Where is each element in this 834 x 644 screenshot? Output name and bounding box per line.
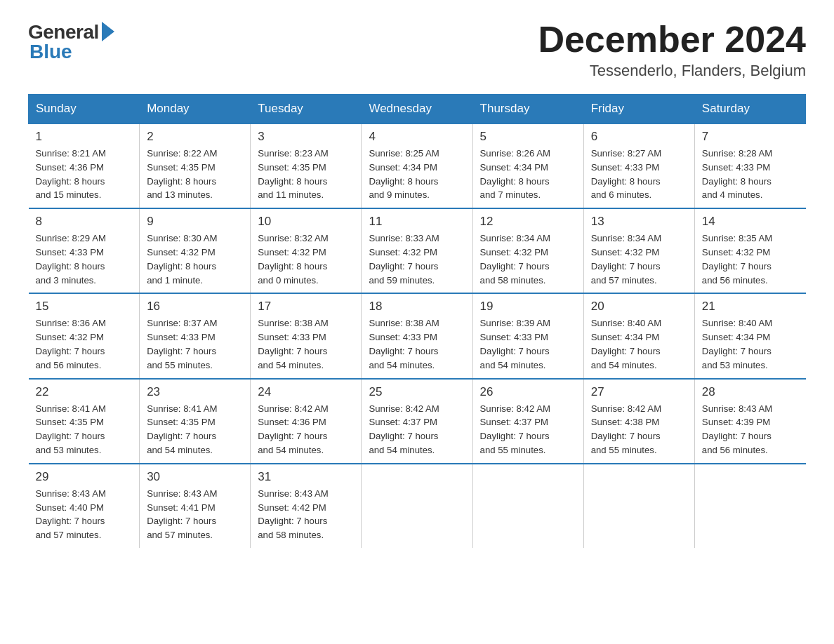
day-cell: 27Sunrise: 8:42 AM Sunset: 4:38 PM Dayli… bbox=[583, 379, 694, 464]
week-row-2: 8Sunrise: 8:29 AM Sunset: 4:33 PM Daylig… bbox=[29, 208, 806, 293]
page-header: General Blue December 2024 Tessenderlo, … bbox=[28, 21, 806, 80]
day-number: 27 bbox=[591, 385, 687, 399]
day-number: 19 bbox=[480, 300, 576, 314]
day-info: Sunrise: 8:42 AM Sunset: 4:37 PM Dayligh… bbox=[480, 402, 576, 457]
day-cell: 4Sunrise: 8:25 AM Sunset: 4:34 PM Daylig… bbox=[362, 123, 472, 208]
day-cell: 25Sunrise: 8:42 AM Sunset: 4:37 PM Dayli… bbox=[362, 379, 472, 464]
day-number: 21 bbox=[702, 300, 799, 314]
day-number: 11 bbox=[369, 215, 465, 229]
day-number: 25 bbox=[369, 385, 465, 399]
day-info: Sunrise: 8:34 AM Sunset: 4:32 PM Dayligh… bbox=[480, 232, 576, 287]
day-info: Sunrise: 8:34 AM Sunset: 4:32 PM Dayligh… bbox=[591, 232, 687, 287]
day-number: 28 bbox=[702, 385, 799, 399]
day-number: 6 bbox=[591, 130, 687, 144]
calendar-body: 1Sunrise: 8:21 AM Sunset: 4:36 PM Daylig… bbox=[29, 123, 806, 548]
day-info: Sunrise: 8:22 AM Sunset: 4:35 PM Dayligh… bbox=[147, 147, 243, 202]
day-cell: 21Sunrise: 8:40 AM Sunset: 4:34 PM Dayli… bbox=[694, 293, 805, 378]
day-cell: 28Sunrise: 8:43 AM Sunset: 4:39 PM Dayli… bbox=[694, 379, 805, 464]
day-cell: 19Sunrise: 8:39 AM Sunset: 4:33 PM Dayli… bbox=[472, 293, 583, 378]
day-cell: 13Sunrise: 8:34 AM Sunset: 4:32 PM Dayli… bbox=[583, 208, 694, 293]
day-cell: 14Sunrise: 8:35 AM Sunset: 4:32 PM Dayli… bbox=[694, 208, 805, 293]
day-cell: 22Sunrise: 8:41 AM Sunset: 4:35 PM Dayli… bbox=[29, 379, 140, 464]
day-cell bbox=[362, 464, 472, 548]
day-info: Sunrise: 8:35 AM Sunset: 4:32 PM Dayligh… bbox=[702, 232, 799, 287]
day-cell: 5Sunrise: 8:26 AM Sunset: 4:34 PM Daylig… bbox=[472, 123, 583, 208]
day-cell: 8Sunrise: 8:29 AM Sunset: 4:33 PM Daylig… bbox=[29, 208, 140, 293]
day-info: Sunrise: 8:43 AM Sunset: 4:40 PM Dayligh… bbox=[36, 487, 133, 542]
day-info: Sunrise: 8:39 AM Sunset: 4:33 PM Dayligh… bbox=[480, 316, 576, 372]
day-cell: 2Sunrise: 8:22 AM Sunset: 4:35 PM Daylig… bbox=[140, 123, 251, 208]
header-row: SundayMondayTuesdayWednesdayThursdayFrid… bbox=[29, 95, 806, 124]
day-info: Sunrise: 8:42 AM Sunset: 4:36 PM Dayligh… bbox=[258, 402, 354, 457]
day-cell: 30Sunrise: 8:43 AM Sunset: 4:41 PM Dayli… bbox=[140, 464, 251, 548]
week-row-4: 22Sunrise: 8:41 AM Sunset: 4:35 PM Dayli… bbox=[29, 379, 806, 464]
day-number: 4 bbox=[369, 130, 465, 144]
day-cell bbox=[694, 464, 805, 548]
day-number: 24 bbox=[258, 385, 354, 399]
week-row-3: 15Sunrise: 8:36 AM Sunset: 4:32 PM Dayli… bbox=[29, 293, 806, 378]
day-info: Sunrise: 8:28 AM Sunset: 4:33 PM Dayligh… bbox=[702, 147, 799, 202]
header-day-wednesday: Wednesday bbox=[362, 95, 472, 124]
day-cell: 9Sunrise: 8:30 AM Sunset: 4:32 PM Daylig… bbox=[140, 208, 251, 293]
day-number: 9 bbox=[147, 215, 243, 229]
day-number: 7 bbox=[702, 130, 799, 144]
month-title: December 2024 bbox=[538, 21, 806, 58]
day-cell: 7Sunrise: 8:28 AM Sunset: 4:33 PM Daylig… bbox=[694, 123, 805, 208]
day-info: Sunrise: 8:43 AM Sunset: 4:41 PM Dayligh… bbox=[147, 487, 243, 542]
week-row-5: 29Sunrise: 8:43 AM Sunset: 4:40 PM Dayli… bbox=[29, 464, 806, 548]
day-number: 1 bbox=[36, 130, 133, 144]
day-info: Sunrise: 8:38 AM Sunset: 4:33 PM Dayligh… bbox=[369, 316, 465, 372]
header-day-friday: Friday bbox=[583, 95, 694, 124]
day-cell: 17Sunrise: 8:38 AM Sunset: 4:33 PM Dayli… bbox=[251, 293, 362, 378]
day-cell: 12Sunrise: 8:34 AM Sunset: 4:32 PM Dayli… bbox=[472, 208, 583, 293]
day-info: Sunrise: 8:33 AM Sunset: 4:32 PM Dayligh… bbox=[369, 232, 465, 287]
day-number: 26 bbox=[480, 385, 576, 399]
day-number: 18 bbox=[369, 300, 465, 314]
day-info: Sunrise: 8:42 AM Sunset: 4:38 PM Dayligh… bbox=[591, 402, 687, 457]
week-row-1: 1Sunrise: 8:21 AM Sunset: 4:36 PM Daylig… bbox=[29, 123, 806, 208]
header-day-sunday: Sunday bbox=[29, 95, 140, 124]
day-info: Sunrise: 8:30 AM Sunset: 4:32 PM Dayligh… bbox=[147, 232, 243, 287]
day-info: Sunrise: 8:40 AM Sunset: 4:34 PM Dayligh… bbox=[702, 316, 799, 372]
day-cell: 3Sunrise: 8:23 AM Sunset: 4:35 PM Daylig… bbox=[251, 123, 362, 208]
day-info: Sunrise: 8:43 AM Sunset: 4:42 PM Dayligh… bbox=[258, 487, 354, 542]
day-number: 29 bbox=[36, 470, 133, 484]
day-cell: 26Sunrise: 8:42 AM Sunset: 4:37 PM Dayli… bbox=[472, 379, 583, 464]
day-cell: 1Sunrise: 8:21 AM Sunset: 4:36 PM Daylig… bbox=[29, 123, 140, 208]
day-info: Sunrise: 8:42 AM Sunset: 4:37 PM Dayligh… bbox=[369, 402, 465, 457]
day-number: 16 bbox=[147, 300, 243, 314]
day-info: Sunrise: 8:43 AM Sunset: 4:39 PM Dayligh… bbox=[702, 402, 799, 457]
day-info: Sunrise: 8:26 AM Sunset: 4:34 PM Dayligh… bbox=[480, 147, 576, 202]
day-number: 2 bbox=[147, 130, 243, 144]
logo-blue-text: Blue bbox=[28, 41, 72, 63]
day-number: 30 bbox=[147, 470, 243, 484]
logo-arrow-icon bbox=[102, 22, 114, 41]
day-cell: 11Sunrise: 8:33 AM Sunset: 4:32 PM Dayli… bbox=[362, 208, 472, 293]
day-info: Sunrise: 8:32 AM Sunset: 4:32 PM Dayligh… bbox=[258, 232, 354, 287]
day-info: Sunrise: 8:25 AM Sunset: 4:34 PM Dayligh… bbox=[369, 147, 465, 202]
day-cell: 15Sunrise: 8:36 AM Sunset: 4:32 PM Dayli… bbox=[29, 293, 140, 378]
day-number: 3 bbox=[258, 130, 354, 144]
day-cell: 6Sunrise: 8:27 AM Sunset: 4:33 PM Daylig… bbox=[583, 123, 694, 208]
day-number: 17 bbox=[258, 300, 354, 314]
day-cell: 20Sunrise: 8:40 AM Sunset: 4:34 PM Dayli… bbox=[583, 293, 694, 378]
day-number: 13 bbox=[591, 215, 687, 229]
location-subtitle: Tessenderlo, Flanders, Belgium bbox=[538, 62, 806, 80]
day-cell: 16Sunrise: 8:37 AM Sunset: 4:33 PM Dayli… bbox=[140, 293, 251, 378]
day-cell bbox=[583, 464, 694, 548]
day-number: 23 bbox=[147, 385, 243, 399]
title-block: December 2024 Tessenderlo, Flanders, Bel… bbox=[538, 21, 806, 80]
header-day-saturday: Saturday bbox=[694, 95, 805, 124]
day-number: 20 bbox=[591, 300, 687, 314]
day-number: 10 bbox=[258, 215, 354, 229]
day-cell: 29Sunrise: 8:43 AM Sunset: 4:40 PM Dayli… bbox=[29, 464, 140, 548]
day-info: Sunrise: 8:41 AM Sunset: 4:35 PM Dayligh… bbox=[147, 402, 243, 457]
logo: General Blue bbox=[28, 21, 114, 63]
day-cell: 31Sunrise: 8:43 AM Sunset: 4:42 PM Dayli… bbox=[251, 464, 362, 548]
day-number: 31 bbox=[258, 470, 354, 484]
day-info: Sunrise: 8:40 AM Sunset: 4:34 PM Dayligh… bbox=[591, 316, 687, 372]
day-number: 22 bbox=[36, 385, 133, 399]
day-cell: 23Sunrise: 8:41 AM Sunset: 4:35 PM Dayli… bbox=[140, 379, 251, 464]
day-info: Sunrise: 8:36 AM Sunset: 4:32 PM Dayligh… bbox=[36, 316, 133, 372]
header-day-thursday: Thursday bbox=[472, 95, 583, 124]
